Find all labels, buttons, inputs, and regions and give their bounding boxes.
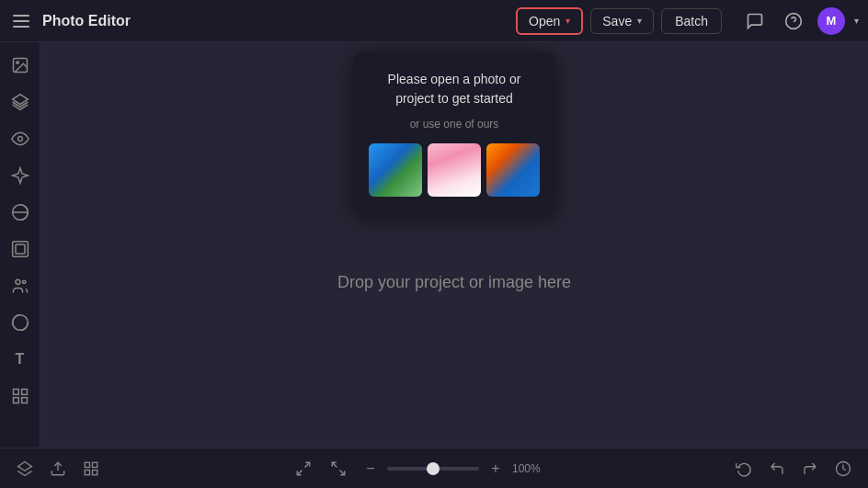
zoom-slider[interactable] xyxy=(387,467,479,471)
svg-rect-21 xyxy=(93,470,97,474)
history-button[interactable] xyxy=(829,455,857,482)
avatar[interactable]: M xyxy=(817,7,845,35)
sample-image-3[interactable] xyxy=(486,143,540,197)
svg-rect-18 xyxy=(85,462,89,467)
zoom-percent: 100% xyxy=(512,462,545,475)
header-right: M ▾ xyxy=(740,6,859,36)
sidebar-icon-layers[interactable] xyxy=(5,86,36,118)
sidebar-icon-frames[interactable] xyxy=(5,233,36,265)
sidebar-icon-text[interactable]: T xyxy=(5,344,36,375)
main-area: T Please open a photo or project to get … xyxy=(0,42,868,448)
menu-icon[interactable] xyxy=(9,8,35,34)
sidebar-icon-effects[interactable] xyxy=(5,160,36,191)
sample-image-1[interactable] xyxy=(369,143,422,197)
bottom-right-tools xyxy=(730,455,857,482)
svg-point-3 xyxy=(16,62,17,64)
zoom-control: − + 100% xyxy=(360,458,545,480)
svg-rect-15 xyxy=(21,398,27,403)
svg-line-22 xyxy=(305,462,310,467)
crop-view-button[interactable] xyxy=(325,455,352,482)
sidebar-icon-add-image[interactable] xyxy=(5,50,36,81)
canvas-area: Please open a photo or project to get st… xyxy=(40,42,868,448)
svg-marker-16 xyxy=(18,461,32,471)
svg-rect-19 xyxy=(93,462,97,467)
popup-subtitle: or use one of ours xyxy=(375,118,533,131)
fit-view-button[interactable] xyxy=(290,455,317,482)
save-label: Save xyxy=(602,14,632,28)
open-chevron-icon: ▾ xyxy=(565,16,570,26)
batch-label: Batch xyxy=(675,14,708,28)
svg-point-5 xyxy=(17,137,22,142)
layers-bottom-button[interactable] xyxy=(11,455,39,482)
header: Photo Editor Open ▾ Save ▾ Batch M ▾ xyxy=(0,0,868,42)
sidebar-icon-eye[interactable] xyxy=(5,123,36,154)
bottom-center-tools: − + 100% xyxy=(108,455,726,482)
sidebar-icon-color[interactable] xyxy=(5,197,36,228)
sidebar: T xyxy=(0,42,40,448)
svg-rect-12 xyxy=(13,390,18,395)
bottom-toolbar: − + 100% xyxy=(0,448,868,488)
zoom-minus-button[interactable]: − xyxy=(360,458,382,480)
open-button[interactable]: Open ▾ xyxy=(516,7,583,35)
open-label: Open xyxy=(529,14,560,28)
help-button[interactable] xyxy=(779,6,808,36)
sidebar-icon-people[interactable] xyxy=(5,270,36,301)
grid-bottom-button[interactable] xyxy=(77,455,105,482)
sidebar-icon-stickers[interactable] xyxy=(5,307,36,338)
redo-button[interactable] xyxy=(796,455,824,482)
svg-rect-14 xyxy=(13,398,18,403)
svg-point-10 xyxy=(22,280,25,283)
svg-line-25 xyxy=(340,470,345,474)
avatar-chevron-icon[interactable]: ▾ xyxy=(854,16,859,26)
undo-button[interactable] xyxy=(763,455,791,482)
svg-point-9 xyxy=(16,279,20,284)
svg-rect-20 xyxy=(85,470,89,474)
sidebar-icon-more[interactable] xyxy=(5,380,36,412)
comment-button[interactable] xyxy=(740,6,770,36)
popup-title: Please open a photo or project to get st… xyxy=(375,70,533,108)
save-chevron-icon: ▾ xyxy=(637,16,642,26)
popup-images xyxy=(375,143,533,197)
rotate-left-button[interactable] xyxy=(730,455,758,482)
open-popup: Please open a photo or project to get st… xyxy=(353,51,555,215)
batch-button[interactable]: Batch xyxy=(661,8,722,34)
export-bottom-button[interactable] xyxy=(44,455,72,482)
svg-line-24 xyxy=(332,462,337,467)
app-title: Photo Editor xyxy=(42,13,131,29)
svg-rect-8 xyxy=(16,244,25,254)
sample-image-2[interactable] xyxy=(428,143,481,197)
drop-text: Drop your project or image here xyxy=(337,272,571,291)
save-button[interactable]: Save ▾ xyxy=(590,8,654,34)
svg-rect-7 xyxy=(12,242,28,257)
bottom-left-tools xyxy=(11,455,105,482)
zoom-plus-button[interactable]: + xyxy=(485,458,507,480)
svg-rect-13 xyxy=(21,390,27,395)
svg-line-23 xyxy=(297,470,302,474)
